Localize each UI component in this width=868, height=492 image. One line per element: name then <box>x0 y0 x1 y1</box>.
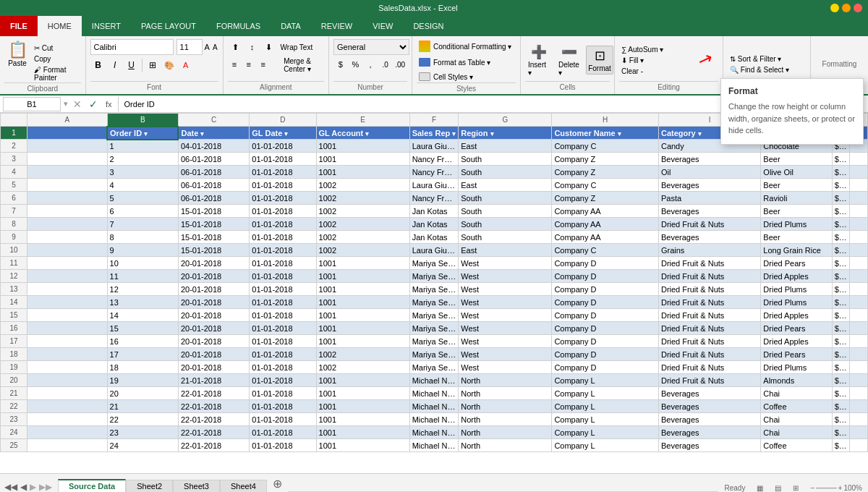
cell-K15[interactable]: $33,197.18 <box>832 309 850 322</box>
cell-I25[interactable]: Beverages <box>658 439 760 452</box>
cell-E21[interactable]: 1001 <box>316 387 409 400</box>
cell-G4[interactable]: South <box>459 166 552 179</box>
col-header-A[interactable]: A <box>27 114 107 127</box>
cell-A8[interactable] <box>27 218 107 231</box>
cell-H17[interactable]: Company D <box>552 335 659 348</box>
font-color-button[interactable]: A <box>178 57 194 73</box>
cell-I17[interactable]: Dried Fruit & Nuts <box>658 335 760 348</box>
cell-K8[interactable]: $20,383.00 <box>832 218 850 231</box>
cell-I5[interactable]: Beverages <box>658 179 760 192</box>
cell-G2[interactable]: East <box>459 140 552 153</box>
cell-B23[interactable]: 22 <box>107 413 178 426</box>
cell-B2[interactable]: 1 <box>107 140 178 153</box>
cell-G12[interactable]: West <box>459 270 552 283</box>
cell-B10[interactable]: 9 <box>107 244 178 257</box>
name-box[interactable] <box>3 97 61 111</box>
cell-F18[interactable]: Mariya Sergienko <box>409 348 459 361</box>
cell-D1[interactable]: GL Date ▾ <box>250 127 316 140</box>
cell-H6[interactable]: Company Z <box>552 192 659 205</box>
cell-E16[interactable]: 1001 <box>316 322 409 335</box>
cell-H20[interactable]: Company L <box>552 374 659 387</box>
col-header-H[interactable]: H <box>552 114 659 127</box>
cell-K20[interactable]: $2,949.93 <box>832 374 850 387</box>
cell-D12[interactable]: 01-01-2018 <box>250 270 316 283</box>
add-sheet-button[interactable]: ⊕ <box>267 475 288 492</box>
cell-E9[interactable]: 1002 <box>316 231 409 244</box>
cell-B19[interactable]: 18 <box>107 361 178 374</box>
cell-E3[interactable]: 1001 <box>316 153 409 166</box>
cell-D18[interactable]: 01-01-2018 <box>250 348 316 361</box>
cell-D11[interactable]: 01-01-2018 <box>250 257 316 270</box>
cell-E25[interactable]: 1001 <box>316 439 409 452</box>
cell-K7[interactable]: $12,585.10 <box>832 205 850 218</box>
cell-C20[interactable]: 21-01-2018 <box>178 374 249 387</box>
cell-A3[interactable] <box>27 153 107 166</box>
cell-C12[interactable]: 20-01-2018 <box>178 270 249 283</box>
cell-H19[interactable]: Company D <box>552 361 659 374</box>
tab-formulas[interactable]: FORMULAS <box>206 16 271 36</box>
cell-C10[interactable]: 15-01-2018 <box>178 244 249 257</box>
scroll-sheets-end[interactable]: ▶▶ <box>38 482 54 492</box>
cell-G11[interactable]: West <box>459 257 552 270</box>
cell-D14[interactable]: 01-01-2018 <box>250 296 316 309</box>
cell-J8[interactable]: Dried Plums <box>761 218 832 231</box>
cell-styles-button[interactable]: Cell Styles ▾ <box>417 71 516 82</box>
cell-G16[interactable]: West <box>459 322 552 335</box>
cell-B24[interactable]: 23 <box>107 426 178 439</box>
cell-I15[interactable]: Dried Fruit & Nuts <box>658 309 760 322</box>
cell-C1[interactable]: Date ▾ <box>178 127 249 140</box>
cell-J22[interactable]: Coffee <box>761 400 832 413</box>
tab-design[interactable]: DESIGN <box>403 16 454 36</box>
tab-sheet3[interactable]: Sheet3 <box>173 480 220 492</box>
cell-G9[interactable]: South <box>459 231 552 244</box>
cell-I16[interactable]: Dried Fruit & Nuts <box>658 322 760 335</box>
underline-button[interactable]: U <box>124 57 140 73</box>
scroll-sheets-left[interactable]: ◀◀ <box>3 482 19 492</box>
autosum-button[interactable]: ∑ AutoSum ▾ <box>619 45 665 54</box>
cell-D19[interactable]: 01-01-2018 <box>250 361 316 374</box>
cell-J15[interactable]: Dried Apples <box>761 309 832 322</box>
restore-button[interactable] <box>842 4 851 12</box>
decrease-decimal-button[interactable]: .00 <box>393 56 407 72</box>
delete-button[interactable]: ➖ Delete ▾ <box>556 43 583 78</box>
cell-J6[interactable]: Ravioli <box>761 192 832 205</box>
col-header-C[interactable]: C <box>178 114 249 127</box>
cell-E13[interactable]: 1001 <box>316 283 409 296</box>
cell-H25[interactable]: Company L <box>552 439 659 452</box>
cell-B6[interactable]: 5 <box>107 192 178 205</box>
cell-G10[interactable]: East <box>459 244 552 257</box>
cell-B9[interactable]: 8 <box>107 231 178 244</box>
cell-I23[interactable]: Beverages <box>658 413 760 426</box>
cell-H5[interactable]: Company C <box>552 179 659 192</box>
cell-F6[interactable]: Nancy Freehafer <box>409 192 459 205</box>
sort-filter-button[interactable]: ⇅ Sort & Filter ▾ <box>728 54 806 64</box>
cell-G13[interactable]: West <box>459 283 552 296</box>
cell-D23[interactable]: 01-01-2018 <box>250 413 316 426</box>
cell-D3[interactable]: 01-01-2018 <box>250 153 316 166</box>
align-right-button[interactable]: ≡ <box>256 56 270 72</box>
cell-A24[interactable] <box>27 426 107 439</box>
cell-C9[interactable]: 15-01-2018 <box>178 231 249 244</box>
cell-F2[interactable]: Laura Giussani <box>409 140 459 153</box>
cell-G14[interactable]: West <box>459 296 552 309</box>
view-normal[interactable]: ▦ <box>757 484 763 492</box>
cell-B8[interactable]: 7 <box>107 218 178 231</box>
cell-C14[interactable]: 20-01-2018 <box>178 296 249 309</box>
cell-H13[interactable]: Company D <box>552 283 659 296</box>
scroll-sheets-forward[interactable]: ▶ <box>28 482 38 492</box>
cell-C7[interactable]: 15-01-2018 <box>178 205 249 218</box>
cell-A10[interactable] <box>27 244 107 257</box>
tab-sheet4[interactable]: Sheet4 <box>220 480 267 492</box>
cell-E6[interactable]: 1002 <box>316 192 409 205</box>
cell-H2[interactable]: Company C <box>552 140 659 153</box>
cell-K24[interactable]: $25,319.80 <box>832 426 850 439</box>
cell-I6[interactable]: Pasta <box>658 192 760 205</box>
cell-K14[interactable]: $32,930.70 <box>832 296 850 309</box>
cell-J21[interactable]: Chai <box>761 387 832 400</box>
wrap-text-button[interactable]: Wrap Text <box>278 39 316 55</box>
cell-F21[interactable]: Michael Neipper <box>409 387 459 400</box>
cell-K18[interactable]: $26,203.38 <box>832 348 850 361</box>
cell-A25[interactable] <box>27 439 107 452</box>
cell-J9[interactable]: Beer <box>761 231 832 244</box>
cell-D22[interactable]: 01-01-2018 <box>250 400 316 413</box>
